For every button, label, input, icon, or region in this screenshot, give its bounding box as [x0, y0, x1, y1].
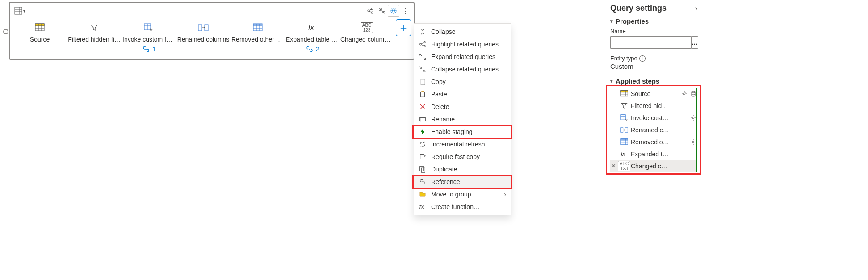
- gear-icon[interactable]: [690, 115, 696, 121]
- share-icon[interactable]: [365, 5, 376, 17]
- delete-step-icon[interactable]: ✕: [611, 163, 616, 169]
- svg-rect-59: [621, 138, 628, 140]
- applied-step-label: Invoke cust…: [631, 114, 688, 121]
- menu-item-paste[interactable]: Paste: [414, 88, 511, 100]
- svg-text:fx: fx: [625, 117, 628, 121]
- svg-line-9: [369, 11, 371, 12]
- menu-item-highlight-related-queries[interactable]: Highlight related queries: [414, 38, 511, 50]
- svg-point-5: [368, 10, 369, 12]
- chevron-down-icon: ▾: [610, 78, 613, 84]
- applied-steps-section-header[interactable]: ▾ Applied steps: [610, 77, 697, 85]
- panel-expand-icon[interactable]: ›: [695, 4, 697, 13]
- svg-point-49: [683, 93, 685, 95]
- menu-item-label: Expand related queries: [431, 53, 506, 60]
- svg-point-29: [424, 42, 426, 43]
- fx-icon: fx: [304, 20, 321, 36]
- highlight-related-icon: [419, 40, 427, 49]
- collapse-icon: [419, 27, 427, 36]
- menu-item-collapse[interactable]: Collapse: [414, 25, 511, 38]
- diagram-steps: Source Filtered hidden fi… fx Invoke cus…: [13, 20, 411, 54]
- collapse-arrows-icon[interactable]: [376, 5, 388, 17]
- svg-rect-45: [621, 90, 628, 92]
- step-label: Renamed columns: [177, 36, 230, 43]
- chevron-right-icon: ›: [504, 191, 506, 198]
- applied-step[interactable]: fx Invoke cust…: [610, 112, 697, 124]
- svg-point-28: [420, 43, 422, 45]
- more-icon[interactable]: ⋮: [399, 5, 411, 17]
- svg-point-6: [371, 8, 373, 10]
- refresh-icon: [419, 140, 427, 149]
- chevron-down-icon: ▾: [610, 18, 613, 24]
- applied-steps-list: Source Filtered hid… fx Invoke cust… Ren…: [610, 88, 697, 172]
- abc123-selected-icon: ABC123: [357, 20, 377, 36]
- gear-icon[interactable]: [681, 91, 688, 97]
- menu-item-collapse-related-queries[interactable]: Collapse related queries: [414, 63, 511, 75]
- table-icon[interactable]: [13, 5, 24, 17]
- gear-icon[interactable]: [690, 139, 696, 145]
- add-step-button[interactable]: ＋: [396, 19, 411, 36]
- diagram-step[interactable]: Filtered hidden fi…: [67, 20, 122, 54]
- rename-cols-icon: [620, 125, 628, 134]
- menu-item-delete[interactable]: Delete: [414, 100, 511, 113]
- diagram-step[interactable]: Renamed columns: [176, 20, 231, 54]
- diagram-step[interactable]: ABC123 Changed column…: [340, 20, 394, 54]
- step-label: Filtered hidden fi…: [68, 36, 121, 43]
- globe-icon[interactable]: [388, 5, 399, 17]
- applied-step[interactable]: Removed o…: [610, 136, 697, 148]
- status-bar: [696, 100, 697, 112]
- fx-icon: fx: [419, 202, 427, 211]
- menu-item-reference[interactable]: Reference: [414, 176, 511, 188]
- status-bar: [696, 148, 697, 160]
- svg-point-7: [371, 12, 373, 13]
- menu-item-expand-related-queries[interactable]: Expand related queries: [414, 50, 511, 63]
- menu-item-move-to-group[interactable]: Move to group ›: [414, 188, 511, 201]
- svg-point-63: [692, 141, 694, 143]
- menu-item-incremental-refresh[interactable]: Incremental refresh: [414, 138, 511, 150]
- applied-step[interactable]: ✕ ABC123 Changed c…: [610, 160, 697, 172]
- svg-text:fx: fx: [419, 203, 424, 210]
- name-field-label: Name: [610, 28, 697, 34]
- menu-item-copy[interactable]: Copy: [414, 75, 511, 88]
- svg-rect-21: [205, 25, 208, 31]
- svg-rect-23: [253, 24, 262, 26]
- fastcopy-icon: [419, 152, 427, 161]
- diagram-step[interactable]: Removed other c…: [231, 20, 285, 54]
- applied-step[interactable]: fx Expanded t…: [610, 148, 697, 160]
- step-link-badge[interactable]: 2: [305, 45, 319, 54]
- step-label: Source: [30, 36, 50, 43]
- status-bar: [696, 124, 697, 136]
- diagram-step[interactable]: fx Invoke custom fu… 1: [122, 20, 176, 54]
- table-blue-icon: [620, 138, 628, 146]
- applied-step[interactable]: Filtered hid…: [610, 100, 697, 112]
- folder-icon: [419, 191, 427, 198]
- menu-item-duplicate[interactable]: Duplicate: [414, 163, 511, 176]
- applied-step[interactable]: Renamed c…: [610, 124, 697, 136]
- properties-section-header[interactable]: ▾ Properties: [610, 17, 697, 25]
- step-link-badge[interactable]: 1: [142, 45, 156, 54]
- menu-item-rename[interactable]: Rename: [414, 113, 511, 125]
- applied-step[interactable]: Source: [610, 88, 697, 100]
- menu-item-label: Rename: [431, 116, 506, 123]
- applied-step-label: Source: [631, 90, 679, 97]
- database-icon[interactable]: [690, 91, 696, 97]
- menu-item-require-fast-copy[interactable]: Require fast copy: [414, 150, 511, 163]
- step-label: Removed other c…: [231, 36, 284, 43]
- diagram-step[interactable]: Source: [13, 20, 67, 54]
- menu-item-create-function-[interactable]: fx Create function…: [414, 201, 511, 213]
- menu-item-label: Duplicate: [431, 166, 506, 173]
- name-more-button[interactable]: …: [691, 36, 698, 49]
- menu-item-enable-staging[interactable]: Enable staging: [414, 125, 511, 138]
- svg-rect-38: [420, 117, 426, 121]
- info-icon[interactable]: i: [639, 55, 646, 62]
- context-menu: Collapse Highlight related queries Expan…: [414, 23, 511, 215]
- bolt-icon: [419, 128, 427, 135]
- step-label: Invoke custom fu…: [122, 36, 175, 43]
- name-input[interactable]: [610, 36, 691, 49]
- table-fx-icon: fx: [620, 113, 628, 122]
- svg-rect-0: [15, 7, 22, 14]
- paste-icon: [419, 90, 427, 99]
- status-bar: [696, 160, 697, 172]
- step-label: Expanded table c…: [286, 36, 339, 43]
- diagram-toolbar: ▾ ⋮: [13, 4, 411, 17]
- diagram-step[interactable]: fx Expanded table c… 2: [285, 20, 340, 54]
